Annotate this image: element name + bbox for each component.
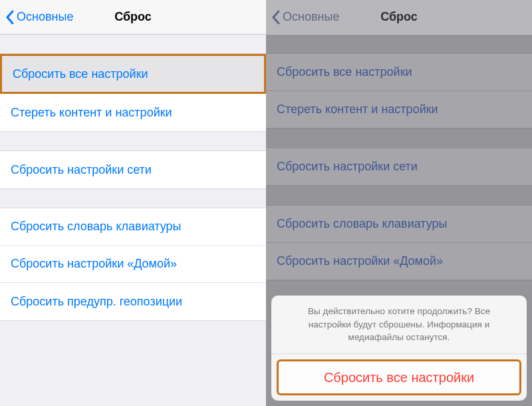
page-title: Сброс bbox=[380, 10, 418, 24]
reset-keyboard-cell[interactable]: Сбросить словарь клавиатуры bbox=[266, 206, 532, 243]
actionsheet-message: Вы действительно хотите продолжить? Все … bbox=[271, 296, 527, 354]
actionsheet-card: Вы действительно хотите продолжить? Все … bbox=[271, 296, 527, 401]
cell-label: Сбросить настройки сети bbox=[11, 163, 152, 177]
navbar: Основные Сброс bbox=[266, 0, 532, 35]
navbar: Основные Сброс bbox=[0, 0, 266, 35]
reset-all-settings-cell[interactable]: Сбросить все настройки bbox=[266, 54, 532, 91]
group-1: Сбросить все настройки Стереть контент и… bbox=[266, 53, 532, 129]
cell-label: Сбросить настройки сети bbox=[277, 160, 418, 174]
chevron-left-icon bbox=[5, 10, 14, 25]
cell-label: Сбросить словарь клавиатуры bbox=[11, 220, 182, 234]
back-label: Основные bbox=[283, 10, 339, 24]
back-button[interactable]: Основные bbox=[5, 10, 73, 25]
left-screen: Основные Сброс Сбросить все настройки Ст… bbox=[0, 0, 266, 406]
cell-label: Сбросить все настройки bbox=[13, 67, 148, 81]
reset-location-cell[interactable]: Сбросить предупр. геопозиции bbox=[0, 283, 266, 320]
right-screen: Основные Сброс Сбросить все настройки Ст… bbox=[266, 0, 532, 406]
page-title: Сброс bbox=[114, 10, 152, 24]
group-3: Сбросить словарь клавиатуры Сбросить нас… bbox=[0, 208, 266, 321]
cell-label: Сбросить настройки «Домой» bbox=[11, 257, 177, 271]
actionsheet: Вы действительно хотите продолжить? Все … bbox=[266, 290, 532, 406]
group-2: Сбросить настройки сети bbox=[0, 150, 266, 189]
reset-all-settings-cell[interactable]: Сбросить все настройки bbox=[0, 54, 266, 94]
cell-label: Сбросить предупр. геопозиции bbox=[11, 295, 182, 309]
reset-home-cell[interactable]: Сбросить настройки «Домой» bbox=[0, 246, 266, 283]
back-label: Основные bbox=[17, 10, 73, 24]
cell-label: Сбросить настройки «Домой» bbox=[277, 254, 443, 268]
chevron-left-icon bbox=[271, 10, 280, 25]
cell-label: Сбросить словарь клавиатуры bbox=[277, 217, 448, 231]
erase-all-cell[interactable]: Стереть контент и настройки bbox=[266, 91, 532, 128]
cell-label: Сбросить все настройки bbox=[277, 65, 412, 79]
reset-network-cell[interactable]: Сбросить настройки сети bbox=[266, 148, 532, 186]
group-3: Сбросить словарь клавиатуры Сбросить нас… bbox=[266, 205, 532, 281]
cell-label: Стереть контент и настройки bbox=[11, 106, 172, 120]
content: Сбросить все настройки Стереть контент и… bbox=[0, 35, 266, 406]
cell-label: Стереть контент и настройки bbox=[277, 102, 438, 116]
group-1: Сбросить все настройки Стереть контент и… bbox=[0, 53, 266, 132]
back-button[interactable]: Основные bbox=[271, 10, 339, 25]
group-2: Сбросить настройки сети bbox=[266, 148, 532, 186]
reset-keyboard-cell[interactable]: Сбросить словарь клавиатуры bbox=[0, 208, 266, 246]
confirm-reset-button[interactable]: Сбросить все настройки bbox=[277, 359, 521, 395]
reset-network-cell[interactable]: Сбросить настройки сети bbox=[0, 151, 266, 188]
reset-home-cell[interactable]: Сбросить настройки «Домой» bbox=[266, 243, 532, 280]
erase-all-cell[interactable]: Стереть контент и настройки bbox=[0, 94, 266, 131]
confirm-reset-label: Сбросить все настройки bbox=[324, 370, 474, 385]
